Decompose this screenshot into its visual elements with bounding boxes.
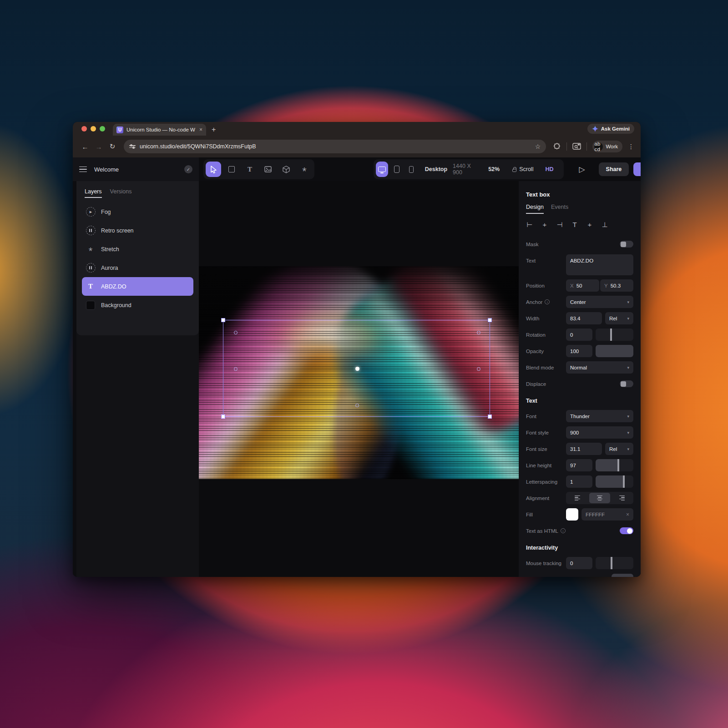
browser-tab[interactable]: U Unicorn Studio — No-code W × [113,124,206,136]
info-icon: i [545,299,550,304]
editor-canvas[interactable] [199,181,519,577]
inspector-panel: Text box Design Events ⊢ + ⊣ T + ⊥ Mask … [519,181,641,577]
anchor-select[interactable]: Center▾ [566,296,633,308]
align-bottom-icon[interactable]: ⊥ [601,221,608,229]
text-as-html-toggle[interactable] [620,527,633,534]
close-window-button[interactable] [81,126,87,131]
side-panel-search-icon[interactable] [572,143,581,150]
alignment-label: Alignment [526,495,566,501]
control-point[interactable] [234,367,238,371]
axes-x-only-button[interactable]: X only [566,574,588,577]
tab-versions[interactable]: Versions [110,188,132,198]
maximize-window-button[interactable] [100,126,105,131]
control-point[interactable] [234,331,238,334]
resize-handle-top-right[interactable] [488,318,492,322]
select-tool[interactable] [206,162,221,177]
layer-row-retro-screen[interactable]: Retro screen [82,221,193,240]
layer-row-aurora[interactable]: Aurora [82,258,193,277]
letterspacing-input[interactable]: 1 [566,475,592,488]
text-align-right-button[interactable] [611,493,632,503]
ask-gemini-button[interactable]: Ask Gemini [587,124,634,134]
share-button[interactable]: Share [599,162,629,176]
blend-mode-select[interactable]: Normal▾ [566,361,633,374]
line-height-slider[interactable] [596,459,633,471]
control-point[interactable] [477,331,480,334]
resize-handle-bottom-right[interactable] [488,415,492,419]
line-height-input[interactable]: 97 [566,459,592,471]
address-bar[interactable]: unicorn.studio/edit/5QWNi7SDdmXrzmsFutpB… [124,140,546,153]
control-point[interactable] [355,404,359,407]
rotation-input[interactable]: 0 [566,329,592,341]
hd-badge[interactable]: HD [545,166,553,172]
text-align-left-button[interactable] [567,493,588,503]
forward-icon[interactable]: → [93,143,105,151]
align-center-h-icon[interactable]: + [541,221,548,229]
zoom-level[interactable]: 52% [488,166,500,172]
scroll-lock[interactable]: Scroll [512,166,533,172]
reload-icon[interactable]: ↻ [106,142,118,151]
effects-tool[interactable]: * [297,162,312,177]
font-size-input[interactable]: 31.1 [566,443,602,455]
align-center-v-icon[interactable]: + [586,221,593,229]
export-button[interactable]: Export [633,162,641,176]
text-tool[interactable]: T [242,162,258,177]
axes-both-button[interactable]: Both [612,574,633,577]
fill-hex-input[interactable]: FFFFFF × [581,508,633,521]
opacity-slider[interactable] [596,345,633,357]
preview-play-button[interactable]: ▷ [579,165,585,174]
layer-row-stretch[interactable]: * Stretch [82,240,193,258]
font-select[interactable]: Thunder▾ [566,410,633,422]
layer-row-abdzdo[interactable]: T ABDZ.DO [82,277,193,296]
resize-handle-bottom-left[interactable] [221,415,225,419]
position-x-field[interactable]: X50 [566,279,599,292]
selection-box[interactable] [223,320,490,417]
displace-toggle[interactable] [620,380,633,387]
site-settings-icon[interactable] [129,145,136,148]
axes-y-only-button[interactable]: Y only [589,574,611,577]
text-input[interactable]: ABDZ.DO [566,254,633,275]
tab-design[interactable]: Design [526,204,544,214]
image-tool[interactable] [260,162,276,177]
resize-handle-top-left[interactable] [221,318,225,322]
extensions-icon[interactable] [553,143,561,151]
fill-color-swatch[interactable] [566,508,578,521]
tab-close-icon[interactable]: × [199,126,202,133]
text-align-center-button[interactable] [589,493,611,503]
3d-tool[interactable] [278,162,294,177]
unicorn-studio-app: Welcome ✓ T [73,157,641,577]
mask-toggle[interactable] [620,241,633,248]
browser-menu-icon[interactable]: ⋮ [628,143,634,150]
mouse-tracking-slider[interactable] [596,557,633,569]
new-tab-button[interactable]: + [212,126,216,136]
minimize-window-button[interactable] [91,126,96,131]
layer-row-fog[interactable]: ▶ Fog [82,202,193,221]
layer-row-background[interactable]: Background [82,296,193,314]
bookmark-star-icon[interactable]: ☆ [535,143,541,150]
letterspacing-slider[interactable] [596,475,633,488]
profile-chip[interactable]: ab cd Work [592,141,622,152]
align-left-icon[interactable]: ⊢ [526,221,533,229]
position-y-field[interactable]: Y50.3 [600,279,633,292]
menu-icon[interactable] [79,167,87,172]
font-size-unit-select[interactable]: Rel▾ [605,443,633,455]
clear-fill-icon[interactable]: × [626,511,629,518]
opacity-input[interactable]: 100 [566,345,592,357]
tab-layers[interactable]: Layers [85,188,102,198]
phone-device-button[interactable] [405,162,418,177]
frame-tool[interactable] [224,162,239,177]
rotation-slider[interactable] [596,329,633,341]
font-style-select[interactable]: 900▾ [566,426,633,439]
align-right-icon[interactable]: ⊣ [556,221,563,229]
width-unit-select[interactable]: Rel▾ [605,312,633,324]
tab-events[interactable]: Events [551,204,568,214]
width-input[interactable]: 83.4 [566,312,602,324]
align-top-icon[interactable]: T [571,221,578,229]
mouse-tracking-input[interactable]: 0 [566,557,592,569]
selection-center-handle[interactable] [355,367,359,371]
desktop-device-button[interactable] [376,162,388,177]
tablet-device-button[interactable] [391,162,403,177]
control-point[interactable] [477,367,480,371]
pause-circle-icon [86,263,96,273]
project-name[interactable]: Welcome [94,166,177,173]
back-icon[interactable]: ← [79,143,91,151]
